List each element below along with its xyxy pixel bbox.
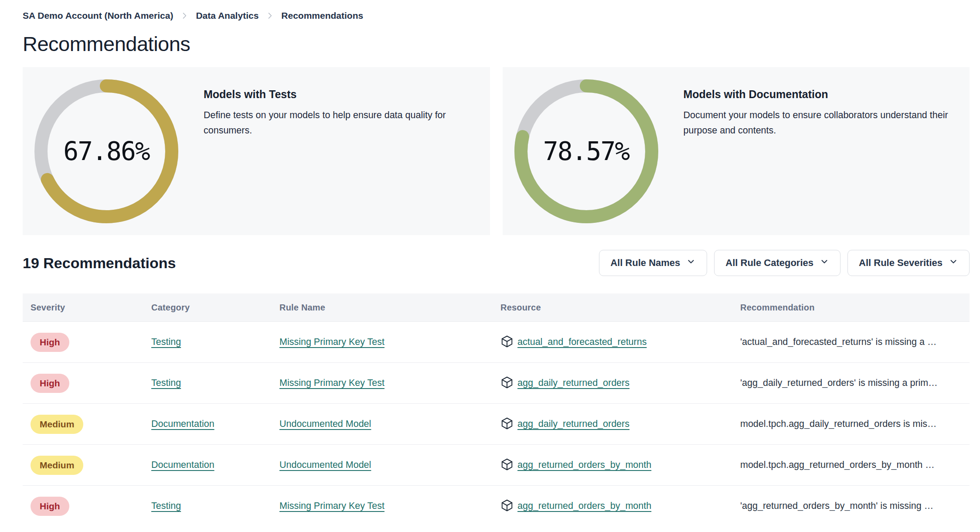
severity-badge: High bbox=[31, 333, 69, 352]
card-title: Models with Tests bbox=[204, 88, 471, 101]
recommendations-table: Severity Category Rule Name Resource Rec… bbox=[23, 293, 970, 526]
column-header-rule-name: Rule Name bbox=[279, 303, 500, 313]
chevron-right-icon bbox=[180, 11, 189, 20]
models-with-tests-card: 67.86% Models with Tests Define tests on… bbox=[23, 67, 490, 235]
severity-badge: Medium bbox=[31, 415, 83, 434]
resource-link[interactable]: agg_daily_returned_orders bbox=[517, 419, 630, 430]
docs-donut-chart: 78.57% bbox=[514, 79, 658, 223]
model-cube-icon bbox=[500, 417, 514, 432]
rule-name-link[interactable]: Missing Primary Key Test bbox=[279, 337, 385, 347]
card-title: Models with Documentation bbox=[684, 88, 951, 101]
page-title: Recommendations bbox=[23, 32, 970, 56]
severity-badge: Medium bbox=[31, 456, 83, 475]
column-header-severity: Severity bbox=[31, 303, 151, 313]
table-row: High Testing Missing Primary Key Test ag… bbox=[23, 362, 970, 403]
column-header-recommendation: Recommendation bbox=[740, 303, 970, 313]
chevron-right-icon bbox=[265, 11, 274, 20]
card-description: Define tests on your models to help ensu… bbox=[204, 108, 471, 138]
table-row: Medium Documentation Undocumented Model … bbox=[23, 444, 970, 485]
resource-link[interactable]: agg_returned_orders_by_month bbox=[517, 460, 651, 471]
filter-label: All Rule Names bbox=[610, 257, 680, 269]
models-with-documentation-card: 78.57% Models with Documentation Documen… bbox=[503, 67, 970, 235]
column-header-resource: Resource bbox=[500, 303, 740, 313]
model-cube-icon bbox=[500, 458, 514, 473]
chevron-down-icon bbox=[686, 257, 696, 269]
category-link[interactable]: Documentation bbox=[151, 460, 214, 470]
column-header-category: Category bbox=[151, 303, 279, 313]
recommendation-text: 'agg_returned_orders_by_month' is missin… bbox=[740, 501, 970, 512]
breadcrumb-project[interactable]: Data Analytics bbox=[196, 10, 259, 21]
severity-badge: High bbox=[31, 374, 69, 393]
table-row: Medium Documentation Undocumented Model … bbox=[23, 403, 970, 444]
recommendations-count: 19 Recommendations bbox=[23, 255, 176, 272]
filter-label: All Rule Severities bbox=[859, 257, 943, 269]
tests-percent-value: 67.86% bbox=[34, 79, 178, 223]
recommendation-text: model.tpch.agg_returned_orders_by_month … bbox=[740, 460, 970, 471]
model-cube-icon bbox=[500, 335, 514, 350]
category-link[interactable]: Testing bbox=[151, 378, 181, 388]
model-cube-icon bbox=[500, 376, 514, 391]
filter-bar: All Rule Names All Rule Categories All R… bbox=[599, 250, 970, 276]
resource-link[interactable]: actual_and_forecasted_returns bbox=[517, 337, 647, 348]
rule-name-link[interactable]: Undocumented Model bbox=[279, 460, 371, 470]
breadcrumb: SA Demo Account (North America) Data Ana… bbox=[23, 10, 970, 21]
category-link[interactable]: Testing bbox=[151, 501, 181, 511]
table-row: High Testing Missing Primary Key Test ag… bbox=[23, 485, 970, 526]
recommendation-text: 'actual_and_forecasted_returns' is missi… bbox=[740, 337, 970, 348]
rule-name-link[interactable]: Missing Primary Key Test bbox=[279, 378, 385, 388]
rule-name-link[interactable]: Missing Primary Key Test bbox=[279, 501, 385, 511]
chevron-down-icon bbox=[949, 257, 958, 269]
rule-categories-filter-dropdown[interactable]: All Rule Categories bbox=[714, 250, 840, 276]
summary-cards: 67.86% Models with Tests Define tests on… bbox=[23, 67, 970, 235]
severity-badge: High bbox=[31, 497, 69, 516]
rule-severities-filter-dropdown[interactable]: All Rule Severities bbox=[847, 250, 970, 276]
recommendation-text: 'agg_daily_returned_orders' is missing a… bbox=[740, 378, 970, 389]
table-row: High Testing Missing Primary Key Test ac… bbox=[23, 321, 970, 362]
chevron-down-icon bbox=[820, 257, 829, 269]
recommendations-page: SA Demo Account (North America) Data Ana… bbox=[0, 0, 980, 526]
tests-donut-chart: 67.86% bbox=[34, 79, 178, 223]
card-description: Document your models to ensure collabora… bbox=[684, 108, 951, 138]
category-link[interactable]: Testing bbox=[151, 337, 181, 347]
rule-name-link[interactable]: Undocumented Model bbox=[279, 419, 371, 429]
breadcrumb-account[interactable]: SA Demo Account (North America) bbox=[23, 10, 173, 21]
recommendation-text: model.tpch.agg_daily_returned_orders is … bbox=[740, 419, 970, 430]
breadcrumb-current: Recommendations bbox=[281, 10, 363, 21]
resource-link[interactable]: agg_returned_orders_by_month bbox=[517, 501, 651, 512]
table-body: High Testing Missing Primary Key Test ac… bbox=[23, 321, 970, 526]
table-header-row: Severity Category Rule Name Resource Rec… bbox=[23, 293, 970, 321]
category-link[interactable]: Documentation bbox=[151, 419, 214, 429]
docs-percent-value: 78.57% bbox=[514, 79, 658, 223]
resource-link[interactable]: agg_daily_returned_orders bbox=[517, 378, 630, 389]
filter-label: All Rule Categories bbox=[725, 257, 813, 269]
rule-names-filter-dropdown[interactable]: All Rule Names bbox=[599, 250, 707, 276]
model-cube-icon bbox=[500, 499, 514, 514]
